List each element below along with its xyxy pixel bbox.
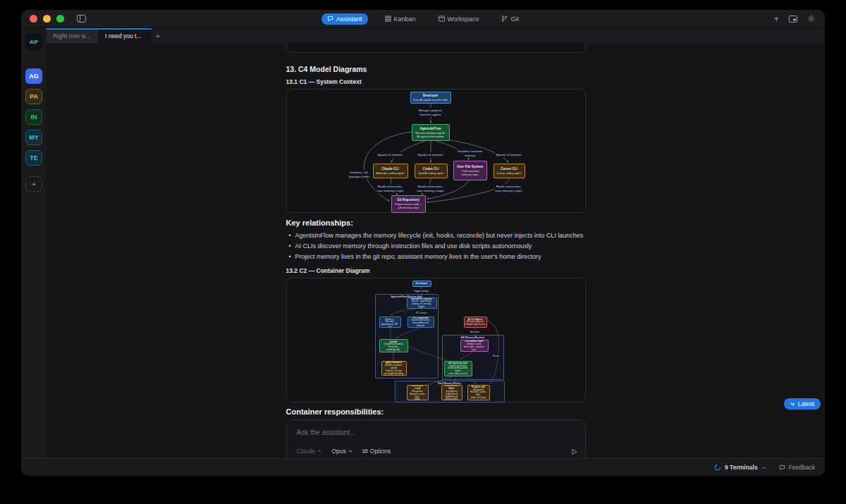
window-body: AIF AGPAINMYTE + Right now w...I need yo… bbox=[21, 28, 825, 458]
conversation-tabstrip: Right now w...I need you t... + bbox=[47, 28, 825, 43]
settings-gear-icon[interactable] bbox=[807, 15, 815, 23]
assistant-input[interactable] bbox=[297, 429, 558, 436]
container-responsibilities-heading: Container responsibilities: bbox=[286, 407, 586, 416]
kanban-icon bbox=[385, 16, 391, 22]
edge-label: Initializes assistant memory bbox=[456, 149, 484, 158]
assistant-composer: Claude Opus Options bbox=[286, 419, 586, 458]
options-button[interactable]: Options bbox=[362, 448, 391, 455]
minimize-button[interactable] bbox=[43, 15, 51, 23]
sliders-icon bbox=[362, 448, 368, 454]
diagram-node: Developer bbox=[412, 281, 431, 287]
add-agent-button[interactable]: + bbox=[25, 176, 42, 192]
document-column: No Write to pending sidecar 13. C4 Model… bbox=[286, 43, 586, 458]
edge-label: Manages projects, launches agents bbox=[417, 108, 443, 117]
subsection-heading-c1: 13.1 C1 — System Context bbox=[286, 78, 586, 85]
agent-avatar[interactable]: TE bbox=[25, 150, 42, 166]
edge-label: Initializes .aif/, manages hooks bbox=[348, 170, 372, 179]
bullet-item: AgentsInFlow manages the memory lifecycl… bbox=[286, 231, 586, 241]
window-controls bbox=[30, 15, 64, 23]
c1-system-context-diagram: Developer Uses AI agents to write code A… bbox=[286, 89, 586, 213]
main-nav: Assistant Kanban Workspace Git bbox=[321, 10, 525, 27]
c2-container-diagram: AgentsInFlow Electron AppAIF Memory Runt… bbox=[286, 278, 586, 402]
scroll-to-latest-button[interactable]: Latest bbox=[784, 398, 821, 410]
diagram-node: Project .aif/ (filesystem) Records, even… bbox=[467, 385, 490, 400]
chat-icon bbox=[327, 16, 333, 22]
spinner-icon bbox=[714, 464, 721, 471]
nav-kanban[interactable]: Kanban bbox=[379, 13, 422, 25]
nav-assistant[interactable]: Assistant bbox=[321, 13, 368, 25]
conversation-tab[interactable]: Right now w... bbox=[47, 28, 99, 43]
app-window: Assistant Kanban Workspace Git + bbox=[21, 10, 825, 476]
model-select[interactable]: Claude bbox=[297, 448, 322, 455]
diagram-node: AgentsInFlow Electron desktop app for AI… bbox=[412, 124, 450, 141]
diagram-node: CLI Entry Point (Node.js script) Disk mo… bbox=[460, 340, 489, 352]
diagram-node: Renderer Process (React + TypeScript) Se… bbox=[407, 297, 437, 309]
main-column: Right now w...I need you t... + No bbox=[47, 28, 825, 458]
titlebar-actions: + bbox=[773, 14, 815, 23]
feedback-button[interactable]: Feedback bbox=[779, 464, 815, 471]
app-logo[interactable]: AIF bbox=[25, 33, 42, 50]
terminals-toggle[interactable]: 9 Terminals bbox=[714, 464, 766, 471]
diagram-node: Developer Uses AI agents to write code bbox=[410, 92, 451, 104]
conversation-tab[interactable]: I need you t... bbox=[99, 28, 151, 43]
edge-label: Reads instructions, uses memory scripts bbox=[494, 184, 523, 193]
chevron-down-icon bbox=[317, 450, 321, 453]
diagram-node: AI CLI Agent (External process) Claude/C… bbox=[464, 316, 487, 328]
edge-label: Reads bbox=[491, 354, 501, 358]
diagram-node: Main Process (Node.js + Electron) App li… bbox=[379, 316, 401, 328]
sidebar-toggle-icon[interactable] bbox=[77, 15, 86, 23]
edge-label: Reads instructions, uses memory scripts bbox=[375, 184, 405, 193]
key-relationships-heading: Key relationships: bbox=[286, 219, 586, 227]
edge-label: Spawns & monitors bbox=[376, 152, 404, 158]
edge-label: Executes bbox=[469, 330, 481, 334]
close-button[interactable] bbox=[30, 15, 37, 23]
variant-select[interactable]: Opus bbox=[331, 448, 352, 455]
agent-rail: AIF AGPAINMYTE + bbox=[21, 28, 47, 458]
subsection-heading-c2: 13.2 C2 — Container Diagram bbox=[286, 267, 586, 274]
diagram-node: Instruction Files (markdown) CLAUDE.md, … bbox=[441, 385, 462, 400]
diagram-node: aif-memory-core (TypeScript library) Com… bbox=[444, 361, 472, 376]
diagram-node: Memory Runtime (write) (TypeScript modul… bbox=[379, 339, 408, 352]
diagram-node: Git Repository Project source code + .ai… bbox=[391, 195, 426, 213]
edge-label: Spawns & monitors bbox=[416, 152, 444, 158]
bullet-item: AI CLIs discover memory through instruct… bbox=[286, 241, 586, 252]
agent-avatar[interactable]: AG bbox=[25, 68, 42, 84]
agent-avatar[interactable]: PA bbox=[25, 89, 42, 104]
workspace-icon bbox=[439, 16, 445, 22]
new-conversation-button[interactable]: + bbox=[151, 28, 165, 43]
picture-in-picture-icon[interactable] bbox=[789, 16, 797, 23]
diagram-node: Assistant ~/.aif/ (filesystem) Records, … bbox=[407, 385, 429, 400]
edge-label: Reads instructions, uses memory scripts bbox=[415, 184, 445, 193]
feedback-bubble-icon bbox=[779, 465, 785, 471]
diagram-panel-clipped: No Write to pending sidecar bbox=[286, 43, 586, 53]
send-button[interactable] bbox=[571, 448, 578, 455]
chevron-down-icon bbox=[348, 450, 352, 453]
edge-label: Toggle settings bbox=[412, 289, 430, 293]
statusbar: 9 Terminals Feedback bbox=[21, 458, 825, 476]
nav-workspace[interactable]: Workspace bbox=[433, 13, 485, 25]
agent-avatar[interactable]: MY bbox=[25, 130, 42, 145]
edge-label: IPC invoke bbox=[415, 311, 428, 315]
composer-controls: Claude Opus Options bbox=[297, 448, 391, 455]
git-branch-icon bbox=[501, 16, 508, 22]
bullet-list: AgentsInFlow manages the memory lifecycl… bbox=[286, 231, 586, 262]
diagram-node: Cursor CLI Cursor coding agent bbox=[494, 164, 525, 178]
assistant-transcript[interactable]: No Write to pending sidecar 13. C4 Model… bbox=[47, 43, 825, 458]
chevron-up-icon bbox=[761, 466, 766, 469]
chevron-down-icon bbox=[790, 402, 795, 406]
diagram-node: IPC Registrar (TypeScript module) memory… bbox=[407, 316, 434, 328]
zoom-button[interactable] bbox=[56, 15, 64, 23]
edge-label: Spawns & monitors bbox=[494, 152, 522, 158]
desktop-background: Assistant Kanban Workspace Git + bbox=[0, 0, 846, 504]
nav-git[interactable]: Git bbox=[496, 13, 525, 25]
agent-avatar[interactable]: IN bbox=[25, 109, 42, 125]
diagram-node: Claude CLI Anthropic coding agent bbox=[373, 164, 408, 178]
titlebar: Assistant Kanban Workspace Git + bbox=[21, 10, 825, 28]
diagram-node: User File System ~/.aif/ assistant memor… bbox=[453, 161, 487, 180]
section-heading: 13. C4 Model Diagrams bbox=[286, 65, 586, 73]
new-tab-icon[interactable]: + bbox=[773, 14, 779, 23]
diagram-node: App Database (SQLite via better-sqlite3)… bbox=[381, 361, 407, 376]
diagram-node: Codex CLI OpenAI coding agent bbox=[415, 164, 448, 178]
bullet-item: Project memory lives in the git repo; as… bbox=[286, 252, 586, 262]
